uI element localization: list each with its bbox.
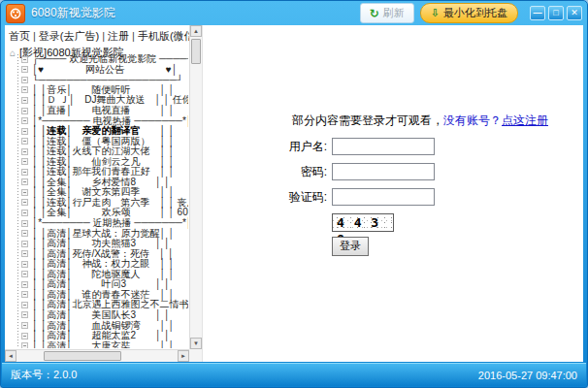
maximize-button[interactable]: □: [548, 6, 564, 20]
horizontal-scrollbar[interactable]: ◄ ►: [5, 349, 189, 362]
password-input[interactable]: [332, 163, 435, 180]
username-input[interactable]: [332, 138, 435, 155]
vertical-scroll-thumb[interactable]: [191, 39, 201, 64]
nav-home[interactable]: 首页: [9, 30, 30, 42]
nav-login[interactable]: 登录(去广告): [39, 30, 99, 42]
window-controls: — □ ✕: [530, 6, 582, 20]
login-intro: 部分内容需要登录才可观看，没有账号？点这注册: [292, 113, 548, 129]
close-button[interactable]: ✕: [567, 6, 582, 20]
refresh-button[interactable]: ↻ 刷新: [360, 3, 414, 23]
password-row: 密码:: [238, 163, 435, 180]
scroll-down-icon[interactable]: ▼: [190, 338, 202, 349]
app-logo-icon: [6, 4, 25, 23]
scroll-left-icon[interactable]: ◄: [5, 350, 16, 362]
tree-expand-icon[interactable]: [21, 311, 28, 318]
tree-expand-icon[interactable]: [21, 220, 28, 227]
captcha-image[interactable]: 4 4 3 8: [332, 213, 394, 232]
tree-row[interactable]: │♥ 网站公告 ♥│: [9, 65, 188, 76]
tree-expand-icon[interactable]: [21, 241, 28, 247]
tree-expand-icon[interactable]: [21, 138, 28, 145]
username-label: 用户名:: [238, 139, 332, 155]
register-link[interactable]: 点这注册: [502, 113, 548, 127]
tree-row[interactable]: │ │高清│ 大唐玄奘 │ │: [9, 340, 188, 348]
tree-expand-icon[interactable]: [21, 333, 28, 340]
tree-expand-icon[interactable]: [21, 291, 28, 298]
app-window: 6080新视觉影院 ↻ 刷新 ⇩ 最小化到托盘 — □ ✕ 首页|登录(去广告)…: [0, 0, 588, 388]
tree-expand-icon[interactable]: [21, 86, 28, 93]
captcha-row: 验证码:: [238, 188, 435, 206]
minimize-to-tray-button[interactable]: ⇩ 最小化到托盘: [420, 3, 518, 23]
tree-expand-icon[interactable]: [21, 66, 28, 73]
tree-expand-icon[interactable]: [21, 322, 28, 329]
tree-expand-icon[interactable]: [21, 128, 28, 135]
username-row: 用户名:: [238, 138, 435, 155]
scroll-up-icon[interactable]: ▲: [190, 25, 202, 37]
tree-expand-icon[interactable]: [21, 210, 28, 216]
tree-expand-icon[interactable]: [21, 302, 28, 308]
tray-button-label: 最小化到托盘: [443, 6, 507, 20]
login-button[interactable]: 登录: [332, 237, 369, 256]
left-frame: 首页|登录(去广告)|注册|手机版(微信) ⌂ [影视]6080新视觉影院 ┌─…: [5, 25, 203, 362]
tree-expand-icon[interactable]: [21, 199, 28, 206]
login-intro-text: 部分内容需要登录才可观看，: [292, 113, 443, 127]
password-label: 密码:: [238, 164, 332, 180]
tree-expand-icon[interactable]: [21, 117, 28, 124]
tree-expand-icon[interactable]: [21, 77, 28, 83]
refresh-icon: ↻: [370, 8, 379, 19]
login-form: 用户名: 密码: 验证码: 4 4 3 8 登录: [238, 138, 435, 256]
status-bar: 版本号：2.0.0 2016-05-27 09:47:00: [2, 363, 586, 386]
captcha-label: 验证码:: [238, 189, 332, 206]
tree-expand-icon[interactable]: [21, 108, 28, 114]
tree-expand-icon[interactable]: [21, 271, 28, 277]
top-nav: 首页|登录(去广告)|注册|手机版(微信): [5, 25, 202, 44]
titlebar: 6080新视觉影院 ↻ 刷新 ⇩ 最小化到托盘 — □ ✕: [1, 1, 587, 25]
tree-expand-icon[interactable]: [21, 97, 28, 104]
tree-expand-icon[interactable]: [21, 56, 28, 63]
minimize-button[interactable]: —: [530, 6, 545, 20]
tree-expand-icon[interactable]: [21, 250, 28, 257]
tree-expand-icon[interactable]: [21, 189, 28, 196]
vertical-scrollbar[interactable]: ▲ ▼: [189, 25, 202, 349]
captcha-input[interactable]: [332, 188, 435, 206]
scrollbar-corner: [189, 349, 202, 362]
content-area: 首页|登录(去广告)|注册|手机版(微信) ⌂ [影视]6080新视觉影院 ┌─…: [5, 25, 583, 362]
nav-register[interactable]: 注册: [108, 30, 129, 42]
movie-tree: ┌──── 欢迎光临新视觉影院 ────┐ │♥ 网站公告 ♥│ └──────…: [9, 54, 188, 348]
scroll-right-icon[interactable]: ►: [178, 350, 189, 362]
tree-expand-icon[interactable]: [21, 342, 28, 348]
login-frame: 部分内容需要登录才可观看，没有账号？点这注册 用户名: 密码: 验证码: 4 4…: [203, 25, 583, 362]
tree-expand-icon[interactable]: [21, 261, 28, 268]
tree-expand-icon[interactable]: [21, 169, 28, 176]
refresh-button-label: 刷新: [383, 6, 405, 20]
tree-expand-icon[interactable]: [21, 178, 28, 185]
tree-expand-icon[interactable]: [21, 230, 28, 237]
tree-expand-icon[interactable]: [21, 281, 28, 288]
tree-expand-icon[interactable]: [21, 148, 28, 155]
version-text: 版本号：2.0.0: [11, 368, 77, 382]
no-account-text: 没有账号？: [443, 113, 502, 127]
window-title: 6080新视觉影院: [31, 5, 115, 21]
tray-download-icon: ⇩: [431, 8, 440, 18]
datetime-text: 2016-05-27 09:47:00: [478, 370, 577, 381]
tree-expand-icon[interactable]: [21, 158, 28, 165]
horizontal-scroll-thumb[interactable]: [44, 351, 121, 361]
